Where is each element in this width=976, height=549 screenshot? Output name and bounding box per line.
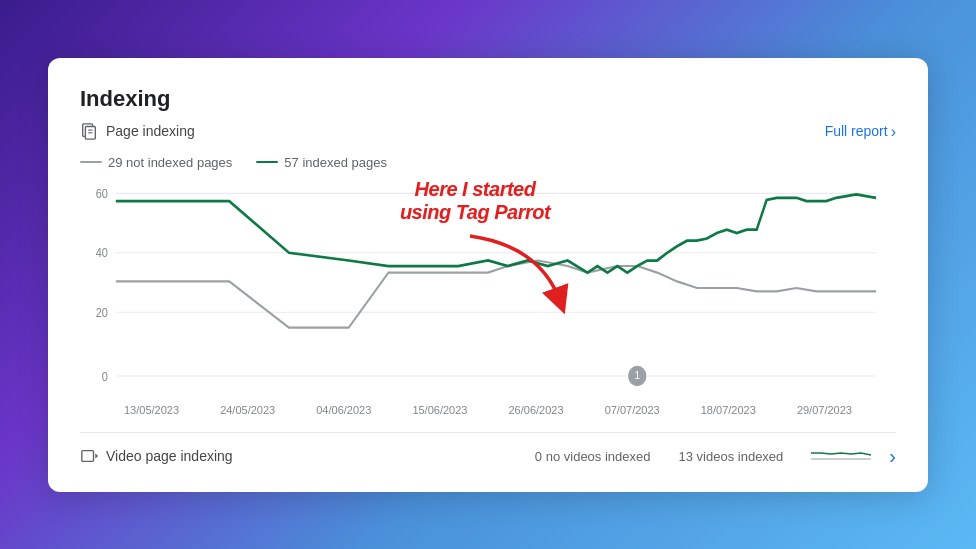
page-icon bbox=[80, 122, 98, 140]
x-label-2: 04/06/2023 bbox=[316, 404, 371, 416]
x-label-5: 07/07/2023 bbox=[605, 404, 660, 416]
video-section: Video page indexing 0 no videos indexed … bbox=[80, 445, 896, 468]
video-indexing-text: Video page indexing bbox=[106, 448, 233, 464]
green-line bbox=[116, 194, 876, 272]
video-icon bbox=[80, 447, 98, 465]
legend-indexed-label: 57 indexed pages bbox=[284, 155, 387, 170]
line-chart: 60 40 20 0 1 bbox=[80, 178, 896, 398]
video-indexing-label: Video page indexing bbox=[80, 447, 525, 465]
svg-text:1: 1 bbox=[635, 369, 641, 381]
legend-indexed: 57 indexed pages bbox=[256, 155, 387, 170]
svg-marker-16 bbox=[95, 453, 98, 458]
svg-text:0: 0 bbox=[102, 371, 108, 384]
legend-green-line bbox=[256, 161, 278, 164]
svg-rect-15 bbox=[82, 451, 94, 462]
chart-area: 60 40 20 0 1 Here I started using T bbox=[80, 178, 896, 398]
legend-not-indexed-label: 29 not indexed pages bbox=[108, 155, 232, 170]
svg-text:60: 60 bbox=[96, 187, 108, 200]
legend-gray-line bbox=[80, 161, 102, 163]
x-label-1: 24/05/2023 bbox=[220, 404, 275, 416]
full-report-link[interactable]: Full report › bbox=[825, 122, 896, 141]
video-chevron-right-icon[interactable]: › bbox=[889, 445, 896, 468]
page-indexing-label: Page indexing bbox=[80, 122, 195, 140]
video-stat-no-videos: 0 no videos indexed bbox=[535, 449, 651, 464]
video-mini-chart bbox=[811, 445, 871, 467]
chart-legend: 29 not indexed pages 57 indexed pages bbox=[80, 155, 896, 170]
page-indexing-text: Page indexing bbox=[106, 123, 195, 139]
x-axis-labels: 13/05/2023 24/05/2023 04/06/2023 15/06/2… bbox=[80, 404, 896, 416]
chevron-right-icon: › bbox=[891, 123, 896, 141]
gray-line bbox=[116, 260, 876, 327]
x-label-7: 29/07/2023 bbox=[797, 404, 852, 416]
x-label-6: 18/07/2023 bbox=[701, 404, 756, 416]
x-label-0: 13/05/2023 bbox=[124, 404, 179, 416]
main-card: Indexing Page indexing Full report › 29 … bbox=[48, 58, 928, 492]
svg-text:40: 40 bbox=[96, 246, 108, 259]
x-label-4: 26/06/2023 bbox=[509, 404, 564, 416]
svg-text:20: 20 bbox=[96, 306, 108, 319]
video-stat-indexed: 13 videos indexed bbox=[679, 449, 784, 464]
card-title: Indexing bbox=[80, 86, 896, 112]
section-header: Page indexing Full report › bbox=[80, 122, 896, 141]
video-stats: 0 no videos indexed 13 videos indexed bbox=[535, 445, 871, 467]
divider bbox=[80, 432, 896, 433]
full-report-text: Full report bbox=[825, 123, 888, 139]
x-label-3: 15/06/2023 bbox=[412, 404, 467, 416]
legend-not-indexed: 29 not indexed pages bbox=[80, 155, 232, 170]
